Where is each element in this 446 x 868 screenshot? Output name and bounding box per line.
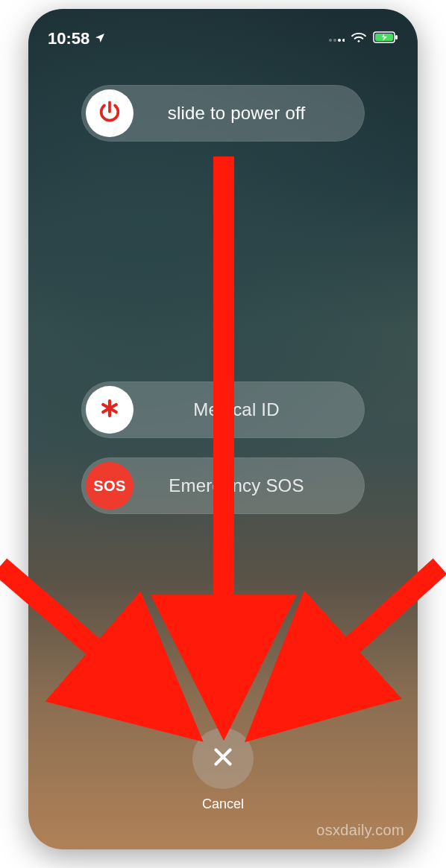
asterisk-icon [98,397,121,422]
svg-point-0 [329,39,332,42]
cancel-button[interactable] [192,728,254,789]
sos-icon: SOS [93,478,126,495]
power-off-label: slide to power off [134,103,360,124]
svg-point-1 [333,39,336,42]
watermark-text: osxdaily.com [316,822,404,839]
medical-id-knob[interactable] [86,386,134,434]
cancel-label: Cancel [202,796,244,812]
emergency-sos-knob[interactable]: SOS [86,462,134,510]
emergency-sos-label: Emergency SOS [134,475,360,496]
slide-to-power-off-slider[interactable]: slide to power off [81,85,365,142]
iphone-power-off-screen: 10:58 [28,9,418,849]
wifi-icon [351,31,367,46]
status-bar: 10:58 [28,24,418,54]
status-bar-right [328,31,398,46]
emergency-sos-slider[interactable]: SOS Emergency SOS [81,457,365,514]
cancel-area: Cancel [192,728,254,812]
medical-id-slider[interactable]: Medical ID [81,381,365,438]
power-icon [97,99,122,127]
svg-point-2 [338,39,341,42]
battery-charging-icon [373,31,398,46]
cell-signal-icon [328,32,345,45]
status-time: 10:58 [48,29,89,48]
close-icon [209,743,237,774]
svg-point-3 [342,39,345,42]
location-arrow-icon [94,29,106,48]
medical-id-label: Medical ID [134,399,360,420]
power-off-knob[interactable] [86,89,134,137]
svg-point-4 [358,40,360,42]
svg-rect-6 [395,35,398,39]
status-bar-left: 10:58 [48,29,106,48]
